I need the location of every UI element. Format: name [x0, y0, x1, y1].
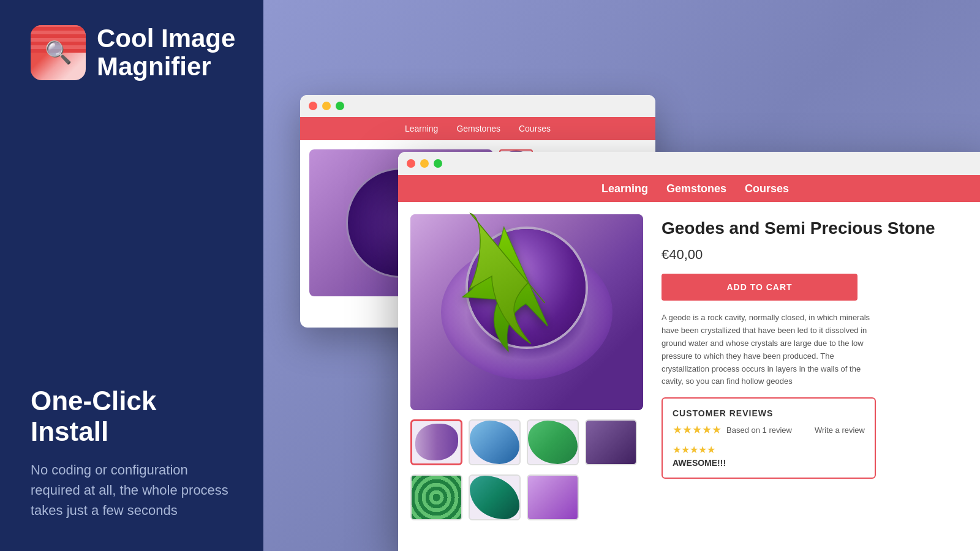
customer-reviews-box: CUSTOMER REVIEWS ★★★★★ Based on 1 review… — [662, 397, 876, 479]
sidebar: 🔍 Cool Image Magnifier One-Click Install… — [0, 0, 263, 551]
thumbnail-teal-agate[interactable] — [469, 474, 521, 520]
window-dot-red — [309, 102, 317, 110]
thumbnail-malachite[interactable] — [410, 474, 462, 520]
review-item-stars: ★★★★★ — [673, 444, 865, 455]
thumbnail-green-agate[interactable] — [527, 419, 579, 465]
gem-malachite-thumb — [412, 476, 461, 519]
gem-blue-thumb — [470, 421, 519, 464]
main-area: Learning Gemstones Courses — [263, 0, 980, 551]
reviews-stars-row: ★★★★★ Based on 1 review Write a review — [673, 423, 865, 437]
review-item-text: AWESOME!!! — [673, 458, 865, 468]
thumbnail-blue-agate[interactable] — [469, 419, 521, 465]
app-title: Cool Image Magnifier — [97, 24, 239, 81]
one-click-description: No coding or configuration required at a… — [31, 460, 239, 520]
write-review-link[interactable]: Write a review — [815, 425, 865, 435]
stars-icon: ★★★★★ — [673, 423, 722, 437]
thumbnail-amethyst[interactable] — [527, 474, 579, 520]
nav-item-courses-large[interactable]: Courses — [745, 182, 789, 195]
thumb-row-2 — [410, 474, 643, 520]
window-dot-green-large — [434, 159, 442, 168]
gem-dark-thumb — [586, 421, 636, 464]
magnifier-icon: 🔍 — [45, 40, 72, 66]
window-dot-yellow — [322, 102, 331, 110]
gem-agate-thumb — [415, 424, 458, 460]
app-logo-icon: 🔍 — [31, 25, 86, 80]
logo-area: 🔍 Cool Image Magnifier — [31, 24, 239, 81]
window-dot-green — [336, 102, 344, 110]
window-dot-red-large — [407, 159, 415, 168]
one-click-heading: One-Click Install — [31, 386, 239, 448]
product-title: Geodes and Semi Precious Stone — [662, 217, 977, 239]
browser-titlebar-small — [300, 95, 655, 117]
thumb-row-1 — [410, 419, 643, 465]
reviews-title: CUSTOMER REVIEWS — [673, 408, 865, 418]
nav-item-courses-small[interactable]: Courses — [519, 124, 551, 133]
gem-teal-thumb — [470, 476, 519, 519]
browser-titlebar-large — [398, 152, 980, 175]
gem-green-thumb — [528, 421, 578, 464]
product-description: A geode is a rock cavity, normally close… — [662, 312, 876, 388]
nav-item-gemstones-small[interactable]: Gemstones — [456, 124, 500, 133]
nav-item-gemstones-large[interactable]: Gemstones — [666, 182, 726, 195]
gem-amethyst-thumb — [528, 476, 578, 519]
product-info-column: Geodes and Semi Precious Stone €40,00 AD… — [655, 202, 980, 551]
browser-nav-small: Learning Gemstones Courses — [300, 117, 655, 140]
product-price: €40,00 — [662, 247, 977, 263]
browser-nav-large: Learning Gemstones Courses — [398, 175, 980, 202]
thumbnail-geode[interactable] — [585, 419, 637, 465]
nav-item-learning-large[interactable]: Learning — [601, 182, 648, 195]
window-dot-yellow-large — [420, 159, 429, 168]
reviews-based-on: Based on 1 review — [726, 425, 792, 435]
sidebar-bottom-content: One-Click Install No coding or configura… — [31, 386, 239, 520]
nav-item-learning-small[interactable]: Learning — [405, 124, 439, 133]
add-to-cart-button[interactable]: ADD TO CART — [662, 274, 858, 301]
thumbnail-agate[interactable] — [410, 419, 462, 465]
